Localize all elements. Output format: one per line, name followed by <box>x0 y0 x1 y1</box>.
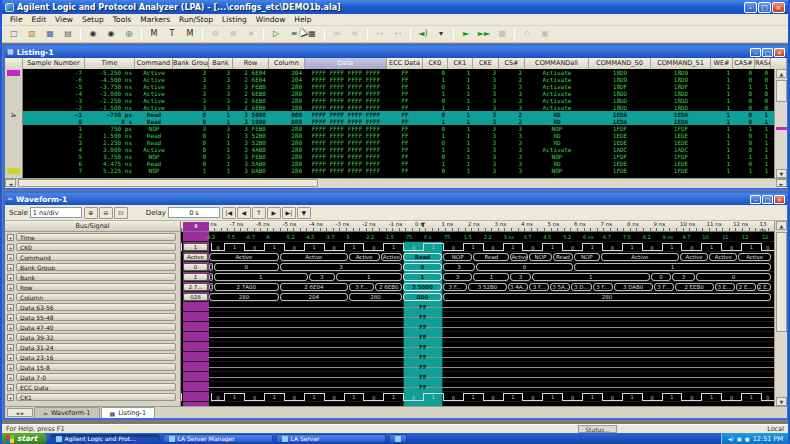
column-header-time[interactable]: Time <box>85 58 135 69</box>
table-row[interactable]: -5-3.750 nsActive333 FEB0280FFFF FFFF FF… <box>23 83 774 90</box>
start-button[interactable]: start <box>2 433 47 444</box>
column-header-commandall[interactable]: COMMANDall <box>525 58 589 69</box>
column-header-bank[interactable]: Bank <box>209 58 233 69</box>
signal-label-ecc-data[interactable]: ECC Data <box>16 383 176 391</box>
table-row[interactable]: 75.225 nsNOP113 DAB0280FFFF FFFF FFFF FF… <box>23 167 774 174</box>
table-row[interactable]: 53.750 nsNOP033 FEB0280FFFF FFFF FFFF FF… <box>23 153 774 160</box>
run-repetitive-button[interactable]: ►► <box>476 27 492 41</box>
waveform-vertical-scrollbar[interactable]: ▲ ▼ <box>774 221 787 406</box>
column-header-cas[interactable]: CAS# <box>733 58 755 69</box>
signal-label-command[interactable]: Command <box>16 253 176 261</box>
column-header-row[interactable]: Row <box>233 58 269 69</box>
scroll-right-arrow-icon[interactable]: ► <box>776 179 787 187</box>
tab-listing1[interactable]: ▦Listing-1 <box>101 407 156 418</box>
wave-scroll-up-icon[interactable]: ▲ <box>776 221 787 230</box>
menu-item-edit[interactable]: Edit <box>28 15 51 24</box>
waveform-time-ruler[interactable]: -8 ns-7 ns-6 ns-5 ns-4 ns-3 ns-2 ns-1 ns… <box>181 221 774 232</box>
task-button-agilentlogicandp[interactable]: Agilent Logic and Prot... <box>50 434 160 443</box>
goto-trigger-button[interactable]: T <box>252 207 266 219</box>
table-row[interactable]: 00 sRead013 5000000FFFF FFFF FFFF FFFFFF… <box>23 118 774 125</box>
menu-item-window[interactable]: Window <box>252 15 290 24</box>
print-button[interactable]: ▤ <box>60 27 76 41</box>
sound-button[interactable]: ◄) <box>415 27 431 41</box>
listing-close-button[interactable]: × <box>774 48 785 57</box>
menu-item-setup[interactable]: Setup <box>78 15 108 24</box>
tab-scroll-buttons[interactable]: ◄ ► <box>7 408 33 417</box>
signal-trace-data-39-32[interactable]: FF <box>181 332 774 342</box>
expand-icon[interactable]: + <box>7 334 14 341</box>
signal-trace-data-23-16[interactable]: FF <box>181 352 774 362</box>
expand-icon[interactable]: + <box>7 234 14 241</box>
signal-trace-ck1[interactable]: 01010101010101010101010101010 <box>181 392 774 402</box>
listing-maximize-button[interactable]: □ <box>762 48 773 57</box>
listing-title-bar[interactable]: ▦ Listing-1 – □ × <box>5 46 787 58</box>
expand-icon[interactable]: + <box>7 314 14 321</box>
expand-icon[interactable]: + <box>7 244 14 251</box>
overview-button[interactable]: ▷ <box>268 27 284 41</box>
expand-icon[interactable]: + <box>7 394 14 401</box>
signal-label-column[interactable]: Column <box>16 293 176 301</box>
marker-drop-button[interactable]: ▼ <box>297 207 311 219</box>
menu-item-listing[interactable]: Listing <box>218 15 251 24</box>
expand-icon[interactable]: + <box>7 364 14 371</box>
column-header-data[interactable]: Data <box>305 58 387 69</box>
expand-icon[interactable]: + <box>7 384 14 391</box>
signal-trace-data-7-0[interactable]: FF <box>181 372 774 382</box>
signal-label-data-39-32[interactable]: Data 39-32 <box>16 333 176 341</box>
sound-dropdown-button[interactable]: ▾ <box>433 27 449 41</box>
scroll-left-arrow-icon[interactable]: ◄ <box>5 179 16 187</box>
save-button[interactable]: ▦ <box>42 27 58 41</box>
signal-trace-row[interactable]: 2 7...3 F...2 7A002 6E043 F...2 6EB03 50… <box>181 282 774 292</box>
open-file-button[interactable]: ▧ <box>24 27 40 41</box>
table-row[interactable]: 21.500 nsRead013 52B0280FFFF FFFF FFFF F… <box>23 132 774 139</box>
column-header-cke[interactable]: CKE <box>473 58 499 69</box>
signal-label-data-31-24[interactable]: Data 31-24 <box>16 343 176 351</box>
table-row[interactable]: -4-3.000 nsActive332 6EB0280FFFF FFFF FF… <box>23 90 774 97</box>
waveform-maximize-button[interactable]: □ <box>762 195 773 204</box>
column-header-we[interactable]: WE# <box>711 58 733 69</box>
table-row[interactable]: 43.000 nsActive013 4AB0280FFFF FFFF FFFF… <box>23 146 774 153</box>
column-header-ras[interactable]: RAS# <box>755 58 771 69</box>
prev-marker-button[interactable]: M <box>146 27 162 41</box>
tab-waveform1[interactable]: ≈Waveform-1 <box>34 407 100 418</box>
task-button-laservermanager[interactable]: LA Server Manager <box>163 434 273 443</box>
pan-left-button[interactable]: ◀ <box>237 207 251 219</box>
column-header-cs[interactable]: CS# <box>499 58 525 69</box>
maximize-button[interactable]: □ <box>758 2 771 13</box>
signal-trace-command[interactable]: ActiveActiveActiveActiveActiveReadNOPRea… <box>181 252 774 262</box>
minimize-button[interactable]: – <box>744 2 757 13</box>
signal-trace-ck0[interactable]: 101010101010101010101010101010 <box>181 242 774 252</box>
column-header-command[interactable]: Command <box>135 58 173 69</box>
signal-trace-data-63-56[interactable]: FF <box>181 302 774 312</box>
expand-icon[interactable]: + <box>7 304 14 311</box>
column-header-ck0[interactable]: CK0 <box>423 58 448 69</box>
signal-trace-bank[interactable]: 1313113131030 <box>181 272 774 282</box>
status-button[interactable]: Status... <box>578 425 617 433</box>
signal-trace-data-31-24[interactable]: FF <box>181 342 774 352</box>
menu-item-view[interactable]: View <box>51 15 77 24</box>
column-header-eccdata[interactable]: ECC Data <box>387 58 423 69</box>
signal-trace-column[interactable]: 028280204280000280 <box>181 292 774 302</box>
pan-right-button[interactable]: ▶ <box>267 207 281 219</box>
table-row[interactable]: -6-4.500 nsActive332 6E04204FFFF FFFF FF… <box>23 76 774 83</box>
menu-item-runstop[interactable]: Run/Stop <box>175 15 217 24</box>
signal-label-bank[interactable]: Bank <box>16 273 176 281</box>
menu-item-help[interactable]: Help <box>290 15 315 24</box>
signal-label-data-7-0[interactable]: Data 7-0 <box>16 373 176 381</box>
column-header-commands0[interactable]: COMMAND_S0 <box>589 58 651 69</box>
column-header-column[interactable]: Column <box>269 58 305 69</box>
menu-item-file[interactable]: File <box>6 15 27 24</box>
scale-fit-button[interactable]: ⊡ <box>114 207 128 219</box>
find-next-button[interactable]: ◉ <box>103 27 119 41</box>
signal-label-data-63-56[interactable]: Data 63-56 <box>16 303 176 311</box>
waveform-scroll-thumb[interactable] <box>776 232 787 332</box>
signal-label-bank-group[interactable]: Bank Group <box>16 263 176 271</box>
table-row[interactable]: -1-750 psRead013 5000000FFFF FFFF FFFF F… <box>23 111 774 118</box>
signal-trace-ecc-data[interactable]: FF <box>181 382 774 392</box>
close-button[interactable]: × <box>772 2 785 13</box>
menu-item-tools[interactable]: Tools <box>109 15 135 24</box>
listing-horizontal-scrollbar[interactable]: ◄ ► <box>5 178 787 188</box>
task-button-icon-only[interactable] <box>389 434 407 443</box>
signal-trace-bank-group[interactable]: 03030301 <box>181 262 774 272</box>
table-row[interactable]: 64.475 nsRead013 5AB0280FFFF FFFF FFFF F… <box>23 160 774 167</box>
